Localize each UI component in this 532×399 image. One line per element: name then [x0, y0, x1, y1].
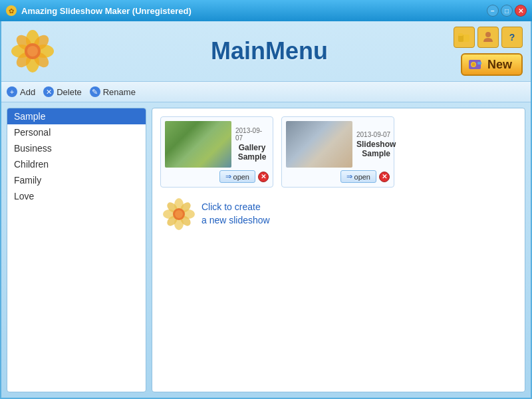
thumbnail-gallery [165, 121, 231, 168]
sidebar-item-personal[interactable]: Personal [7, 124, 146, 140]
delete-icon: ✕ [43, 86, 54, 97]
delete-label: Delete [57, 87, 82, 97]
card-date-slideshow: 2013-09-07 [356, 131, 396, 138]
card-date-gallery: 2013-09-07 [235, 127, 269, 142]
sidebar-item-children[interactable]: Children [7, 156, 146, 172]
logo-flower [9, 28, 56, 74]
app-title: Amazing Slideshow Maker (Unregistered) [21, 6, 192, 16]
new-button[interactable]: New [461, 53, 523, 76]
header-area: MainMenu ? [1, 21, 531, 81]
create-line2: a new slideshow [201, 215, 270, 225]
page-title: MainMenu [56, 37, 523, 65]
window-controls: − □ ✕ [487, 5, 527, 17]
open-gallery-button[interactable]: ⇒ open [219, 170, 255, 183]
svg-rect-14 [458, 33, 463, 36]
maximize-button[interactable]: □ [501, 5, 513, 17]
content-area: Sample Personal Business Children Family… [1, 102, 531, 398]
rename-icon: ✎ [90, 86, 100, 97]
card-info-gallery: 2013-09-07 GallerySample [235, 121, 269, 168]
open-arrow-icon: ⇒ [225, 172, 231, 181]
card-actions-slideshow: ⇒ open ✕ [286, 170, 390, 183]
folder-button[interactable] [454, 27, 475, 48]
close-button[interactable]: ✕ [515, 5, 527, 17]
header-buttons: ? [454, 27, 523, 48]
user-button[interactable] [477, 27, 499, 48]
slideshow-card-slideshow: 2013-09-07 SlideshowSample ⇒ open ✕ [281, 116, 394, 188]
card-info-slideshow: 2013-09-07 SlideshowSample [356, 121, 396, 168]
svg-text:✿: ✿ [9, 7, 14, 15]
card-title-gallery: GallerySample [235, 143, 269, 162]
add-label: Add [20, 87, 35, 97]
svg-point-29 [175, 210, 183, 218]
slideshow-card-gallery: 2013-09-07 GallerySample ⇒ open ✕ [160, 116, 273, 188]
sidebar-item-business[interactable]: Business [7, 140, 146, 156]
main-window: MainMenu ? [0, 21, 532, 399]
card-title-slideshow: SlideshowSample [356, 140, 396, 158]
new-button-label: New [487, 58, 512, 72]
sidebar-item-love[interactable]: Love [7, 188, 146, 204]
card-top-gallery: 2013-09-07 GallerySample [165, 121, 269, 168]
delete-gallery-button[interactable]: ✕ [258, 172, 269, 182]
svg-point-15 [485, 32, 491, 37]
app-icon: ✿ [5, 5, 17, 17]
sidebar: Sample Personal Business Children Family… [7, 108, 146, 392]
open-arrow-icon-2: ⇒ [346, 172, 352, 181]
toolbar: + Add ✕ Delete ✎ Rename [1, 81, 531, 102]
open-slideshow-label: open [354, 173, 370, 181]
delete-slideshow-button[interactable]: ✕ [379, 172, 390, 182]
minimize-button[interactable]: − [487, 5, 499, 17]
delete-button[interactable]: ✕ Delete [43, 86, 82, 97]
create-new-area[interactable]: Click to create a new slideshow [160, 196, 517, 233]
rename-button[interactable]: ✎ Rename [90, 86, 136, 97]
open-slideshow-button[interactable]: ⇒ open [340, 170, 376, 183]
card-top-slideshow: 2013-09-07 SlideshowSample [286, 121, 390, 168]
add-icon: + [7, 86, 17, 97]
create-flower-icon [163, 198, 195, 230]
help-button[interactable]: ? [501, 27, 523, 48]
sidebar-item-family[interactable]: Family [7, 172, 146, 188]
sidebar-item-sample[interactable]: Sample [7, 108, 146, 124]
thumbnail-slideshow [286, 121, 352, 168]
rename-label: Rename [103, 87, 136, 97]
add-button[interactable]: + Add [7, 86, 35, 97]
create-slideshow-text: Click to create a new slideshow [201, 201, 270, 227]
card-actions-gallery: ⇒ open ✕ [165, 170, 269, 183]
gallery-area: 2013-09-07 GallerySample ⇒ open ✕ [152, 108, 525, 392]
gallery-top-row: 2013-09-07 GallerySample ⇒ open ✕ [160, 116, 517, 188]
open-gallery-label: open [233, 173, 249, 181]
svg-point-11 [27, 46, 38, 57]
title-bar: ✿ Amazing Slideshow Maker (Unregistered)… [0, 0, 532, 21]
create-line1: Click to create [201, 201, 261, 212]
svg-point-18 [471, 63, 475, 66]
svg-rect-19 [477, 62, 481, 65]
title-bar-left: ✿ Amazing Slideshow Maker (Unregistered) [5, 5, 192, 17]
